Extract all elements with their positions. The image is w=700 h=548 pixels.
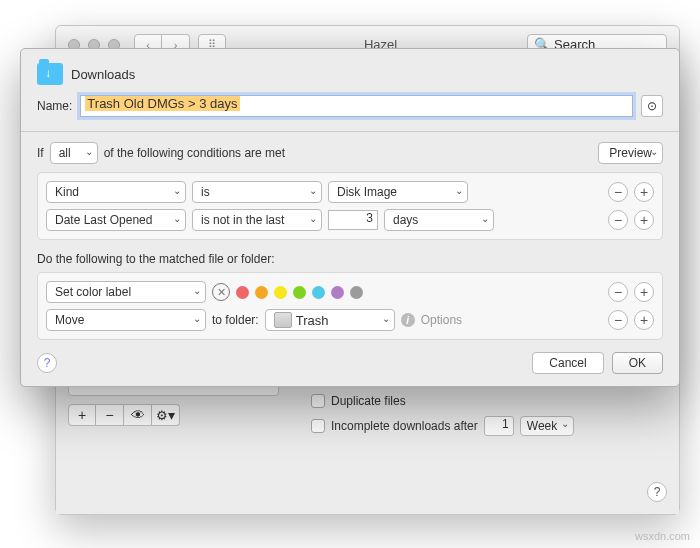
clear-color-button[interactable]: ✕ (212, 283, 230, 301)
action1-type-select[interactable]: Set color label (46, 281, 206, 303)
separator (21, 131, 679, 132)
rule-editor-sheet: Downloads Name: Trash Old DMGs > 3 days … (20, 48, 680, 387)
cond2-unit-select[interactable]: days (384, 209, 494, 231)
action-row-color: Set color label ✕ − + (46, 281, 654, 303)
action-row-move: Move to folder: Trash i Options − + (46, 309, 654, 331)
incomplete-downloads-checkbox[interactable] (311, 419, 325, 433)
condition-row-1: Kind is Disk Image − + (46, 181, 654, 203)
duplicate-files-label: Duplicate files (331, 394, 406, 408)
folder-name: Downloads (71, 67, 135, 82)
conditions-header: If all of the following conditions are m… (37, 142, 663, 164)
actions-box: Set color label ✕ − + Move to folder: Tr… (37, 272, 663, 340)
help-button[interactable]: ? (647, 482, 667, 502)
to-folder-label: to folder: (212, 313, 259, 327)
incomplete-number-field[interactable]: 1 (484, 416, 514, 436)
cond2-op-select[interactable]: is not in the last (192, 209, 322, 231)
add-folder-button[interactable]: + (68, 404, 96, 426)
cond1-op-select[interactable]: is (192, 181, 322, 203)
preview-folder-button[interactable]: 👁 (124, 404, 152, 426)
preview-button[interactable]: Preview (598, 142, 663, 164)
if-suffix: of the following conditions are met (104, 146, 285, 160)
color-orange[interactable] (255, 286, 268, 299)
action2-dest-select[interactable]: Trash (265, 309, 395, 331)
cond2-add-button[interactable]: + (634, 210, 654, 230)
info-icon[interactable]: i (401, 313, 415, 327)
cond1-value-select[interactable]: Disk Image (328, 181, 468, 203)
color-red[interactable] (236, 286, 249, 299)
rule-name-row: Name: Trash Old DMGs > 3 days ⊙ (37, 95, 663, 117)
cond1-remove-button[interactable]: − (608, 182, 628, 202)
duplicate-files-row: Duplicate files (311, 394, 659, 408)
sheet-header: Downloads (37, 63, 663, 85)
cond2-attr-select[interactable]: Date Last Opened (46, 209, 186, 231)
sheet-help-button[interactable]: ? (37, 353, 57, 373)
name-label: Name: (37, 99, 72, 113)
color-gray[interactable] (350, 286, 363, 299)
sheet-footer: ? Cancel OK (37, 352, 663, 374)
incomplete-downloads-label: Incomplete downloads after (331, 419, 478, 433)
trash-icon (274, 312, 292, 328)
if-label: If (37, 146, 44, 160)
action2-type-select[interactable]: Move (46, 309, 206, 331)
conditions-box: Kind is Disk Image − + Date Last Opened … (37, 172, 663, 240)
action2-add-button[interactable]: + (634, 310, 654, 330)
actions-label: Do the following to the matched file or … (37, 252, 663, 266)
action1-remove-button[interactable]: − (608, 282, 628, 302)
action2-remove-button[interactable]: − (608, 310, 628, 330)
folder-options-button[interactable]: ⚙︎▾ (152, 404, 180, 426)
if-quantifier-select[interactable]: all (50, 142, 98, 164)
color-labels (236, 286, 363, 299)
incomplete-unit-select[interactable]: Week (520, 416, 574, 436)
downloads-folder-icon (37, 63, 63, 85)
options-label[interactable]: Options (421, 313, 462, 327)
color-green[interactable] (293, 286, 306, 299)
cond2-remove-button[interactable]: − (608, 210, 628, 230)
duplicate-files-checkbox[interactable] (311, 394, 325, 408)
remove-folder-button[interactable]: − (96, 404, 124, 426)
watermark: wsxdn.com (635, 530, 690, 542)
cond2-value-input[interactable]: 3 (328, 210, 378, 230)
ok-button[interactable]: OK (612, 352, 663, 374)
cancel-button[interactable]: Cancel (532, 352, 603, 374)
condition-row-2: Date Last Opened is not in the last 3 da… (46, 209, 654, 231)
action1-add-button[interactable]: + (634, 282, 654, 302)
rule-name-input[interactable]: Trash Old DMGs > 3 days (80, 95, 633, 117)
cond1-attr-select[interactable]: Kind (46, 181, 186, 203)
folder-list-buttons: + − 👁 ⚙︎▾ (68, 404, 279, 426)
color-blue[interactable] (312, 286, 325, 299)
color-purple[interactable] (331, 286, 344, 299)
color-yellow[interactable] (274, 286, 287, 299)
cond1-add-button[interactable]: + (634, 182, 654, 202)
load-rule-button[interactable]: ⊙ (641, 95, 663, 117)
incomplete-downloads-row: Incomplete downloads after 1 Week (311, 416, 659, 436)
